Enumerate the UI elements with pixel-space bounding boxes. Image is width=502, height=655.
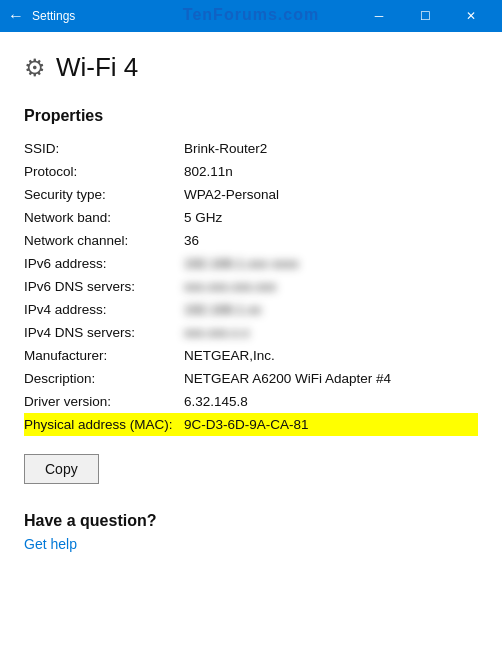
- page-header: ⚙ Wi-Fi 4: [24, 52, 478, 83]
- property-label: Physical address (MAC):: [24, 413, 184, 436]
- table-row: IPv4 address:192.168.1.xx: [24, 298, 478, 321]
- property-label: Protocol:: [24, 160, 184, 183]
- property-value: 36: [184, 229, 478, 252]
- copy-button[interactable]: Copy: [24, 454, 99, 484]
- property-label: SSID:: [24, 137, 184, 160]
- property-value: 192.168.1.xx: [184, 298, 478, 321]
- property-value: 192.168.1.xxx xxxx: [184, 252, 478, 275]
- property-value: 9C-D3-6D-9A-CA-81: [184, 413, 478, 436]
- gear-icon: ⚙: [24, 54, 46, 82]
- property-value: xxx.xxx.x.x: [184, 321, 478, 344]
- table-row: Manufacturer:NETGEAR,Inc.: [24, 344, 478, 367]
- table-row: Physical address (MAC):9C-D3-6D-9A-CA-81: [24, 413, 478, 436]
- content-area: ⚙ Wi-Fi 4 Properties SSID:Brink-Router2P…: [0, 32, 502, 655]
- property-value: 802.11n: [184, 160, 478, 183]
- page-title: Wi-Fi 4: [56, 52, 138, 83]
- maximize-button[interactable]: ☐: [402, 0, 448, 32]
- property-label: Network channel:: [24, 229, 184, 252]
- property-label: Driver version:: [24, 390, 184, 413]
- question-section: Have a question? Get help: [24, 512, 478, 552]
- minimize-button[interactable]: ─: [356, 0, 402, 32]
- property-label: Network band:: [24, 206, 184, 229]
- table-row: IPv4 DNS servers:xxx.xxx.x.x: [24, 321, 478, 344]
- property-value: xxx.xxx.xxx.xxx: [184, 275, 478, 298]
- table-row: IPv6 DNS servers:xxx.xxx.xxx.xxx: [24, 275, 478, 298]
- property-label: IPv4 address:: [24, 298, 184, 321]
- property-label: IPv6 address:: [24, 252, 184, 275]
- property-label: Manufacturer:: [24, 344, 184, 367]
- table-row: SSID:Brink-Router2: [24, 137, 478, 160]
- titlebar: ← Settings ─ ☐ ✕: [0, 0, 502, 32]
- property-value: NETGEAR A6200 WiFi Adapter #4: [184, 367, 478, 390]
- property-label: IPv4 DNS servers:: [24, 321, 184, 344]
- window-controls: ─ ☐ ✕: [356, 0, 494, 32]
- table-row: Security type:WPA2-Personal: [24, 183, 478, 206]
- question-title: Have a question?: [24, 512, 478, 530]
- help-link[interactable]: Get help: [24, 536, 77, 552]
- table-row: Description:NETGEAR A6200 WiFi Adapter #…: [24, 367, 478, 390]
- properties-table: SSID:Brink-Router2Protocol:802.11nSecuri…: [24, 137, 478, 436]
- table-row: Network channel:36: [24, 229, 478, 252]
- property-value: NETGEAR,Inc.: [184, 344, 478, 367]
- property-value: 5 GHz: [184, 206, 478, 229]
- table-row: Protocol:802.11n: [24, 160, 478, 183]
- table-row: Network band:5 GHz: [24, 206, 478, 229]
- property-label: Description:: [24, 367, 184, 390]
- property-value: WPA2-Personal: [184, 183, 478, 206]
- properties-section-title: Properties: [24, 107, 478, 125]
- property-value: 6.32.145.8: [184, 390, 478, 413]
- back-button[interactable]: ←: [8, 7, 24, 25]
- titlebar-title: Settings: [32, 9, 356, 23]
- close-button[interactable]: ✕: [448, 0, 494, 32]
- property-label: IPv6 DNS servers:: [24, 275, 184, 298]
- table-row: IPv6 address:192.168.1.xxx xxxx: [24, 252, 478, 275]
- property-value: Brink-Router2: [184, 137, 478, 160]
- property-label: Security type:: [24, 183, 184, 206]
- table-row: Driver version:6.32.145.8: [24, 390, 478, 413]
